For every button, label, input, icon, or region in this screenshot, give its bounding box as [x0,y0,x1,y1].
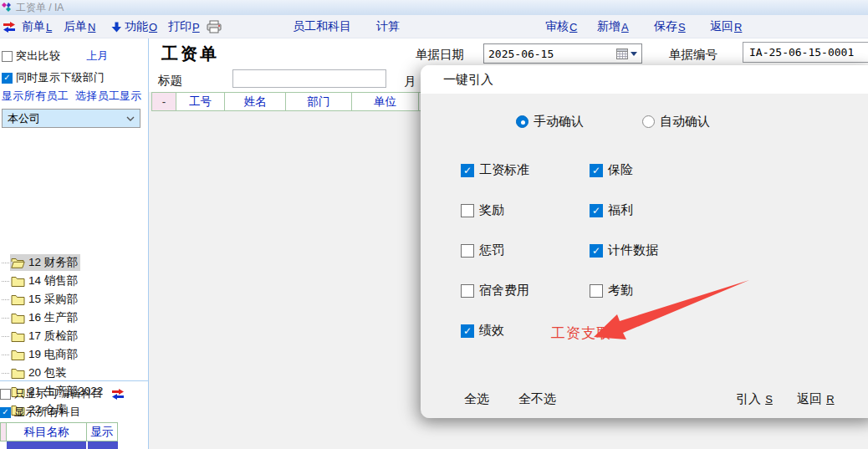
doc-date-value: 2025-06-15 [488,48,554,60]
folder-icon [11,294,25,305]
only-editable-label: 只显示可编辑科目 [14,386,103,401]
calculate-button[interactable]: 计算 [376,19,400,34]
auto-confirm-option[interactable]: 自动确认 [642,114,710,130]
prev-doc-button[interactable]: 前单L [22,19,52,34]
check-welfare[interactable]: 福利 [590,202,633,218]
dialog-header: 一键引入 [421,65,868,94]
manual-confirm-radio[interactable] [516,115,528,128]
salary-standard-checkbox[interactable] [461,164,474,177]
tree-item[interactable]: 12 财务部 [2,254,80,271]
return-button[interactable]: 返回R [710,19,742,34]
open-folder-icon [11,258,25,268]
check-attendance[interactable]: 考勤 [590,283,633,298]
clipped-label: 月 [404,74,416,89]
tree-item[interactable]: 15 采购部 [2,291,80,308]
subject-table-header: 科目名称 显示 [0,422,118,441]
folder-icon [11,313,25,324]
highlight-compare-row: 突出比较 上月 [2,48,109,64]
check-insurance[interactable]: 保险 [590,162,633,178]
table-header-cell[interactable]: 姓名 [225,92,286,111]
sidebar: 突出比较 上月 同时显示下级部门 显示所有员工 选择员工显示 本公司 12 财务… [0,38,149,449]
show-sub-depts-checkbox[interactable] [2,73,13,84]
doc-no-field[interactable]: IA-25-06-15-0001 [743,42,868,63]
tree-item[interactable]: 17 质检部 [2,328,80,344]
show-all-subjects-label: 显示所有科目 [14,405,81,420]
department-tree: 12 财务部 14 销售部 15 采购部 16 生产部 17 质检部 19 电商… [0,145,148,380]
piecework-checkbox[interactable] [590,244,603,258]
manual-confirm-option[interactable]: 手动确认 [516,114,584,130]
salary-withdraw-annotation: 工资支取 [551,324,611,343]
welfare-checkbox[interactable] [590,204,603,217]
folder-icon [11,368,25,379]
only-editable-checkbox[interactable] [0,389,11,400]
reward-checkbox[interactable] [461,204,474,217]
insurance-checkbox[interactable] [590,164,603,177]
next-doc-button[interactable]: 后单N [64,19,95,34]
dialog-return-button[interactable]: 返回 R [797,391,835,407]
folder-icon [11,276,25,287]
employee-links-row: 显示所有员工 选择员工显示 [2,89,142,104]
highlight-compare-checkbox[interactable] [2,51,13,62]
title-input[interactable] [232,69,386,88]
table-header-cell[interactable]: 部门 [286,92,352,111]
check-performance[interactable]: 绩效 [461,323,504,339]
subject-show-header[interactable]: 显示 [87,422,118,441]
table-header-cell[interactable]: - [151,92,176,111]
punishment-checkbox[interactable] [461,244,474,258]
add-new-button[interactable]: 新增A [597,19,629,34]
one-key-import-dialog: 一键引入 手动确认 自动确认 工资标准 保险 奖励 福利 惩罚 计件数据 宿舍费… [421,65,868,418]
show-sub-depts-row: 同时显示下级部门 [2,70,105,85]
show-all-employees-link[interactable]: 显示所有员工 [2,89,69,104]
swap-subjects-icon[interactable] [111,389,125,400]
select-none-button[interactable]: 全不选 [518,391,556,407]
table-header-cell[interactable]: 单位 [352,92,419,111]
print-button[interactable]: 打印P [168,19,200,34]
tree-item[interactable]: 14 销售部 [2,273,80,289]
company-dropdown[interactable]: 本公司 [2,109,140,128]
select-all-button[interactable]: 全选 [464,391,489,407]
show-sub-depts-label: 同时显示下级部门 [16,70,105,85]
performance-checkbox[interactable] [461,324,474,338]
selected-subject-row[interactable] [88,441,118,449]
select-employees-link[interactable]: 选择员工显示 [75,89,142,104]
check-dorm-fee[interactable]: 宿舍费用 [461,283,529,298]
swap-arrows-icon[interactable] [3,19,16,34]
check-punishment[interactable]: 惩罚 [461,242,504,258]
show-all-subjects-row: 显示所有科目 [0,405,81,420]
chevron-down-icon [126,116,135,121]
show-all-subjects-checkbox[interactable] [0,407,11,418]
toolbar: 前单L 后单N 功能O 打印P 员工和科目 计算 审核C 新增A 保存S 返回R [0,15,868,38]
down-arrow-icon[interactable] [111,19,122,34]
table-header-cell[interactable]: 工号 [176,92,225,111]
check-salary-standard[interactable]: 工资标准 [461,162,529,178]
date-dropdown-arrow-icon [631,52,637,56]
auto-confirm-radio[interactable] [642,115,655,128]
subject-col-marker [0,422,7,441]
last-month-link[interactable]: 上月 [86,48,109,64]
folder-icon [11,331,25,342]
tree-item[interactable]: 20 包装 [2,365,69,381]
folder-icon [11,350,25,360]
check-reward[interactable]: 奖励 [461,202,504,218]
functions-button[interactable]: 功能O [125,19,157,34]
import-button[interactable]: 引入 S [736,391,773,407]
title-field-label: 标题 [158,73,182,89]
attendance-checkbox[interactable] [590,284,603,298]
calendar-icon [616,48,628,59]
tree-item[interactable]: 19 电商部 [2,346,80,363]
check-piecework[interactable]: 计件数据 [590,242,658,258]
printer-icon[interactable] [206,19,222,34]
doc-date-picker[interactable]: 2025-06-15 [483,43,642,64]
selected-subject-row[interactable] [7,441,86,449]
form-title: 工资单 [161,43,219,65]
dialog-title: 一键引入 [443,72,493,88]
only-editable-row: 只显示可编辑科目 [0,386,125,401]
audit-button[interactable]: 审核C [545,19,577,34]
employees-subjects-button[interactable]: 员工和科目 [293,19,351,34]
subject-name-header[interactable]: 科目名称 [7,422,87,441]
save-button[interactable]: 保存S [654,19,686,34]
dorm-fee-checkbox[interactable] [461,284,474,298]
highlight-compare-label: 突出比较 [16,48,60,64]
window-title: 工资单 / IA [16,1,64,15]
tree-item[interactable]: 16 生产部 [2,309,80,326]
